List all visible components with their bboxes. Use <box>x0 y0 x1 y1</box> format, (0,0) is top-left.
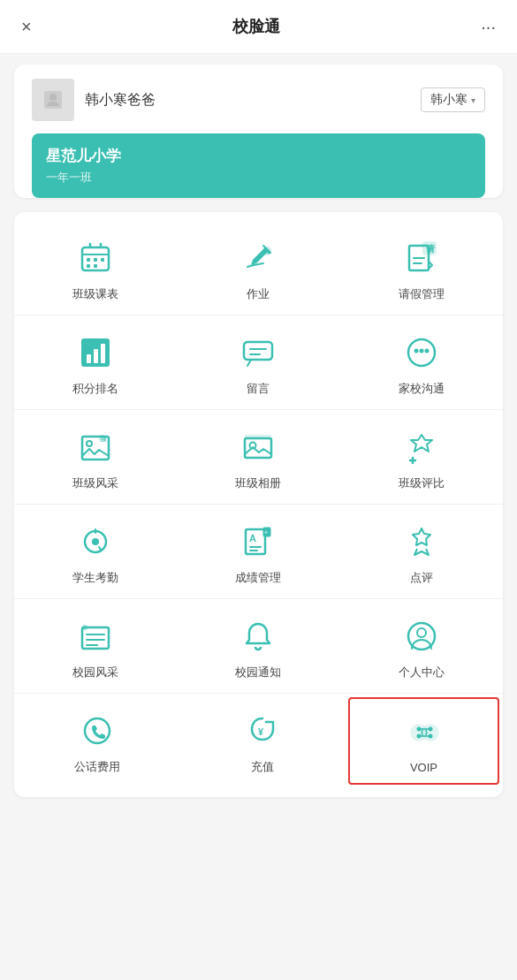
communication-icon <box>400 331 443 374</box>
school-banner: 星范儿小学 一年一班 <box>32 133 485 198</box>
svg-text:¥: ¥ <box>258 726 264 737</box>
svg-point-58 <box>416 734 421 739</box>
grades-icon: A + <box>237 520 279 563</box>
dropdown-arrow-icon: ▾ <box>471 95 475 105</box>
menu-label-profile: 个人中心 <box>399 665 445 680</box>
menu-label-voip: VOIP <box>410 761 437 774</box>
menu-item-grades[interactable]: A + 成绩管理 <box>177 505 339 598</box>
menu-item-phone-fee[interactable]: 公话费用 <box>14 694 179 788</box>
svg-rect-19 <box>94 349 98 363</box>
svg-point-26 <box>419 349 423 353</box>
user-row: 韩小寒爸爸 韩小寒 ▾ <box>32 79 485 121</box>
svg-point-59 <box>428 727 432 732</box>
menu-item-album[interactable]: 班级相册 <box>177 410 339 504</box>
menu-item-profile[interactable]: 个人中心 <box>340 599 503 693</box>
menu-row: 校园风采 校园通知 个人中心 <box>14 598 503 693</box>
svg-point-50 <box>82 625 87 630</box>
attendance-icon <box>74 520 117 563</box>
message-icon <box>237 331 279 374</box>
menu-item-campus-style[interactable]: 校园风采 <box>14 599 177 693</box>
menu-label-phone-fee: 公话费用 <box>74 759 120 775</box>
menu-label-schedule: 班级课表 <box>72 286 118 302</box>
menu-label-homework: 作业 <box>247 286 270 302</box>
svg-rect-8 <box>101 258 104 262</box>
phone-fee-icon <box>76 710 118 752</box>
close-icon[interactable]: × <box>21 17 32 37</box>
menu-label-campus-style: 校园风采 <box>72 665 118 680</box>
score-icon <box>74 331 117 374</box>
menu-item-voip[interactable]: VOIP <box>348 697 499 785</box>
notice-icon <box>237 615 279 657</box>
menu-label-grades: 成绩管理 <box>235 570 281 586</box>
menu-item-voip-wrapper: VOIP <box>345 694 503 788</box>
menu-label-style: 班级风采 <box>72 475 118 491</box>
menu-item-review[interactable]: 班级评比 <box>340 410 503 504</box>
svg-text:A: A <box>249 533 256 543</box>
svg-point-27 <box>424 349 429 353</box>
svg-point-52 <box>417 628 426 637</box>
child-selector[interactable]: 韩小寒 ▾ <box>421 87 485 112</box>
homework-icon <box>237 237 279 279</box>
menu-grid: 班级课表 作业 请 请假管理 积分排名 留言 家校沟通 搜 班级风采 <box>14 212 503 797</box>
svg-point-53 <box>85 718 110 743</box>
avatar <box>32 79 74 121</box>
menu-item-leave[interactable]: 请 请假管理 <box>340 221 503 315</box>
svg-point-38 <box>92 538 99 545</box>
svg-text:请: 请 <box>426 244 436 254</box>
leave-icon: 请 <box>400 237 443 279</box>
menu-label-score: 积分排名 <box>72 381 118 397</box>
menu-label-album: 班级相册 <box>235 475 281 491</box>
menu-row: 学生考勤 A + 成绩管理 点评 <box>14 504 503 598</box>
menu-item-notice[interactable]: 校园通知 <box>177 599 339 693</box>
menu-item-recharge[interactable]: ¥ 充值 <box>179 694 345 788</box>
svg-point-1 <box>49 94 57 101</box>
svg-text:+: + <box>264 529 268 536</box>
review-icon <box>400 426 443 468</box>
menu-label-comment: 点评 <box>410 570 433 586</box>
menu-item-score[interactable]: 积分排名 <box>14 315 177 409</box>
recharge-icon: ¥ <box>241 710 284 752</box>
svg-rect-18 <box>87 354 91 363</box>
menu-item-communication[interactable]: 家校沟通 <box>340 315 503 409</box>
menu-item-homework[interactable]: 作业 <box>177 221 339 315</box>
svg-rect-20 <box>101 344 105 363</box>
svg-rect-34 <box>245 435 271 438</box>
svg-rect-7 <box>94 258 97 262</box>
svg-rect-32 <box>245 438 271 458</box>
svg-rect-10 <box>94 264 97 268</box>
menu-item-style[interactable]: 搜 班级风采 <box>14 410 177 504</box>
menu-item-schedule[interactable]: 班级课表 <box>14 221 177 315</box>
school-name: 星范儿小学 <box>46 146 471 166</box>
profile-icon <box>400 615 443 657</box>
svg-text:搜: 搜 <box>101 436 107 442</box>
menu-row: 搜 班级风采 班级相册 班级评比 <box>14 409 503 504</box>
more-icon[interactable]: ··· <box>481 17 496 37</box>
campus-style-icon <box>74 615 117 657</box>
schedule-icon <box>74 237 117 279</box>
menu-label-review: 班级评比 <box>399 475 445 491</box>
class-name: 一年一班 <box>46 170 471 186</box>
app-header: × 校脸通 ··· <box>0 0 517 54</box>
svg-rect-21 <box>244 342 272 360</box>
svg-point-25 <box>414 349 418 353</box>
menu-item-message[interactable]: 留言 <box>177 315 339 409</box>
menu-row: 积分排名 留言 家校沟通 <box>14 315 503 409</box>
menu-label-message: 留言 <box>247 381 270 397</box>
svg-point-60 <box>428 734 432 739</box>
menu-item-comment[interactable]: 点评 <box>340 505 503 598</box>
user-name: 韩小寒爸爸 <box>85 91 156 110</box>
menu-row: 公话费用 ¥ 充值 VOIP <box>14 693 503 788</box>
svg-rect-9 <box>87 264 90 268</box>
user-info: 韩小寒爸爸 <box>32 79 156 121</box>
comment-icon <box>400 520 443 563</box>
svg-point-57 <box>416 727 421 732</box>
menu-label-notice: 校园通知 <box>235 665 281 680</box>
menu-item-attendance[interactable]: 学生考勤 <box>14 505 177 598</box>
app-title: 校脸通 <box>232 16 280 37</box>
menu-label-leave: 请假管理 <box>399 286 445 302</box>
svg-rect-6 <box>87 258 90 262</box>
svg-point-29 <box>87 441 92 446</box>
style-icon: 搜 <box>74 426 117 468</box>
menu-label-recharge: 充值 <box>251 759 274 775</box>
menu-label-attendance: 学生考勤 <box>72 570 118 586</box>
